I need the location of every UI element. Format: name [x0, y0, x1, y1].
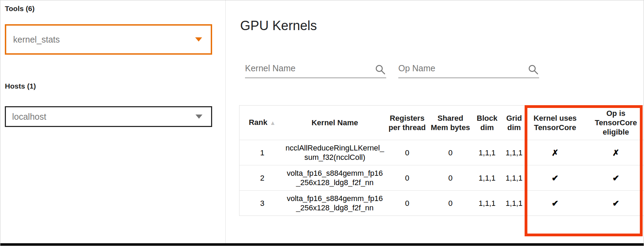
cell-rank: 1: [239, 140, 285, 165]
cell-registers-per-thread: 0: [385, 165, 430, 191]
table-header-row: Rank▲ Kernel Name Registers per thread S…: [239, 106, 644, 140]
cell-rank: 3: [239, 191, 285, 216]
table-row: 1ncclAllReduceRingLLKernel_sum_f32(ncclC…: [239, 140, 644, 165]
op-name-search-field: [398, 57, 539, 78]
column-header-label: Rank: [249, 118, 267, 127]
kernel-table-wrap: Rank▲ Kernel Name Registers per thread S…: [239, 105, 644, 216]
sort-asc-icon: ▲: [270, 120, 276, 126]
chevron-down-icon: [196, 115, 202, 119]
cell-op-is-tensorcore-eligible: ✔: [585, 191, 644, 216]
search-icon: [528, 64, 538, 75]
cell-shared-mem-bytes: 0: [430, 165, 471, 191]
cell-kernel-uses-tensorcore: ✔: [525, 165, 585, 191]
bottom-edge-bar: [0, 243, 644, 246]
cell-grid-dim: 1,1,1: [503, 165, 525, 191]
table-row: 3volta_fp16_s884gemm_fp16_256x128_ldg8_f…: [239, 191, 644, 216]
gpu-kernels-table: Rank▲ Kernel Name Registers per thread S…: [239, 105, 644, 216]
column-header-kernel-name[interactable]: Kernel Name: [285, 106, 385, 140]
cell-block-dim: 1,1,1: [471, 165, 503, 191]
tools-dropdown[interactable]: kernel_stats: [5, 24, 212, 55]
profiler-kernel-stats-screen: Tools (6) kernel_stats Hosts (1) localho…: [0, 0, 644, 246]
tools-dropdown-value: kernel_stats: [13, 35, 60, 45]
cell-kernel-name: volta_fp16_s884gemm_fp16_256x128_ldg8_f2…: [285, 165, 385, 191]
cell-shared-mem-bytes: 0: [430, 140, 471, 165]
hosts-dropdown[interactable]: localhost: [5, 106, 212, 127]
cell-block-dim: 1,1,1: [471, 191, 503, 216]
cell-kernel-name: ncclAllReduceRingLLKernel_sum_f32(ncclCo…: [285, 140, 385, 165]
column-header-shared-mem-bytes[interactable]: Shared Mem bytes: [430, 106, 471, 140]
column-header-op-is-tensorcore-eligible[interactable]: Op is TensorCore eligible: [585, 106, 644, 140]
op-name-search-input[interactable]: [398, 63, 526, 78]
column-header-kernel-uses-tensorcore[interactable]: Kernel uses TensorCore: [525, 106, 585, 140]
column-header-block-dim[interactable]: Block dim: [471, 106, 503, 140]
column-header-registers-per-thread[interactable]: Registers per thread: [385, 106, 430, 140]
cell-op-is-tensorcore-eligible: ✔: [585, 165, 644, 191]
filter-row: [245, 57, 644, 78]
cell-rank: 2: [239, 165, 285, 191]
cell-grid-dim: 1,1,1: [503, 140, 525, 165]
search-icon: [375, 64, 386, 75]
cell-registers-per-thread: 0: [385, 191, 430, 216]
cell-kernel-uses-tensorcore: ✗: [525, 140, 585, 165]
hosts-dropdown-value: localhost: [12, 112, 46, 122]
chevron-down-icon: [195, 37, 202, 42]
cell-shared-mem-bytes: 0: [430, 191, 471, 216]
kernel-name-search-input[interactable]: [245, 63, 373, 78]
table-row: 2volta_fp16_s884gemm_fp16_256x128_ldg8_f…: [239, 165, 644, 191]
main-panel: GPU Kernels: [225, 0, 644, 246]
hosts-label: Hosts (1): [5, 82, 225, 90]
sidebar: Tools (6) kernel_stats Hosts (1) localho…: [0, 0, 225, 243]
kernel-name-search-field: [245, 57, 386, 78]
cell-registers-per-thread: 0: [385, 140, 430, 165]
column-header-rank[interactable]: Rank▲: [239, 106, 285, 140]
tools-label: Tools (6): [5, 4, 225, 13]
cell-block-dim: 1,1,1: [471, 140, 503, 165]
page-title: GPU Kernels: [240, 17, 644, 34]
cell-op-is-tensorcore-eligible: ✗: [585, 140, 644, 165]
cell-grid-dim: 1,1,1: [503, 191, 525, 216]
cell-kernel-uses-tensorcore: ✔: [525, 191, 585, 216]
cell-kernel-name: volta_fp16_s884gemm_fp16_256x128_ldg8_f2…: [285, 191, 385, 216]
column-header-grid-dim[interactable]: Grid dim: [503, 106, 525, 140]
